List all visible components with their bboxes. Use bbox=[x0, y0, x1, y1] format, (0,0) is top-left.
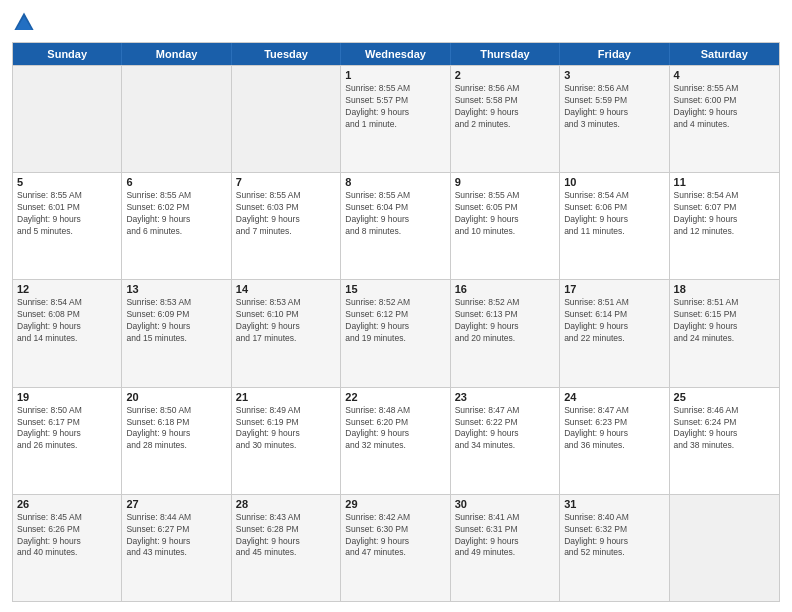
weekday-header: Sunday bbox=[13, 43, 122, 65]
day-info: Sunrise: 8:44 AM Sunset: 6:27 PM Dayligh… bbox=[126, 512, 226, 560]
calendar-cell: 6Sunrise: 8:55 AM Sunset: 6:02 PM Daylig… bbox=[122, 173, 231, 279]
calendar-cell: 26Sunrise: 8:45 AM Sunset: 6:26 PM Dayli… bbox=[13, 495, 122, 601]
day-number: 12 bbox=[17, 283, 117, 295]
day-info: Sunrise: 8:52 AM Sunset: 6:13 PM Dayligh… bbox=[455, 297, 555, 345]
day-number: 31 bbox=[564, 498, 664, 510]
day-number: 18 bbox=[674, 283, 775, 295]
calendar-cell: 2Sunrise: 8:56 AM Sunset: 5:58 PM Daylig… bbox=[451, 66, 560, 172]
day-number: 3 bbox=[564, 69, 664, 81]
day-info: Sunrise: 8:42 AM Sunset: 6:30 PM Dayligh… bbox=[345, 512, 445, 560]
day-number: 14 bbox=[236, 283, 336, 295]
day-number: 26 bbox=[17, 498, 117, 510]
calendar-cell: 9Sunrise: 8:55 AM Sunset: 6:05 PM Daylig… bbox=[451, 173, 560, 279]
day-number: 24 bbox=[564, 391, 664, 403]
day-number: 28 bbox=[236, 498, 336, 510]
calendar-cell: 17Sunrise: 8:51 AM Sunset: 6:14 PM Dayli… bbox=[560, 280, 669, 386]
day-number: 20 bbox=[126, 391, 226, 403]
day-number: 2 bbox=[455, 69, 555, 81]
day-info: Sunrise: 8:45 AM Sunset: 6:26 PM Dayligh… bbox=[17, 512, 117, 560]
weekday-header: Thursday bbox=[451, 43, 560, 65]
day-info: Sunrise: 8:51 AM Sunset: 6:15 PM Dayligh… bbox=[674, 297, 775, 345]
day-info: Sunrise: 8:48 AM Sunset: 6:20 PM Dayligh… bbox=[345, 405, 445, 453]
day-number: 9 bbox=[455, 176, 555, 188]
calendar-cell: 25Sunrise: 8:46 AM Sunset: 6:24 PM Dayli… bbox=[670, 388, 779, 494]
day-info: Sunrise: 8:51 AM Sunset: 6:14 PM Dayligh… bbox=[564, 297, 664, 345]
day-info: Sunrise: 8:55 AM Sunset: 6:05 PM Dayligh… bbox=[455, 190, 555, 238]
calendar-cell: 23Sunrise: 8:47 AM Sunset: 6:22 PM Dayli… bbox=[451, 388, 560, 494]
day-info: Sunrise: 8:54 AM Sunset: 6:07 PM Dayligh… bbox=[674, 190, 775, 238]
calendar-cell: 1Sunrise: 8:55 AM Sunset: 5:57 PM Daylig… bbox=[341, 66, 450, 172]
calendar-cell: 31Sunrise: 8:40 AM Sunset: 6:32 PM Dayli… bbox=[560, 495, 669, 601]
weekday-header: Friday bbox=[560, 43, 669, 65]
day-info: Sunrise: 8:55 AM Sunset: 6:03 PM Dayligh… bbox=[236, 190, 336, 238]
calendar-cell: 4Sunrise: 8:55 AM Sunset: 6:00 PM Daylig… bbox=[670, 66, 779, 172]
day-number: 17 bbox=[564, 283, 664, 295]
calendar-header: SundayMondayTuesdayWednesdayThursdayFrid… bbox=[13, 43, 779, 65]
calendar-cell: 12Sunrise: 8:54 AM Sunset: 6:08 PM Dayli… bbox=[13, 280, 122, 386]
day-number: 1 bbox=[345, 69, 445, 81]
weekday-header: Saturday bbox=[670, 43, 779, 65]
day-number: 15 bbox=[345, 283, 445, 295]
day-number: 30 bbox=[455, 498, 555, 510]
day-info: Sunrise: 8:47 AM Sunset: 6:22 PM Dayligh… bbox=[455, 405, 555, 453]
day-number: 16 bbox=[455, 283, 555, 295]
calendar-grid: SundayMondayTuesdayWednesdayThursdayFrid… bbox=[12, 42, 780, 602]
day-info: Sunrise: 8:53 AM Sunset: 6:10 PM Dayligh… bbox=[236, 297, 336, 345]
calendar-cell: 5Sunrise: 8:55 AM Sunset: 6:01 PM Daylig… bbox=[13, 173, 122, 279]
calendar-cell: 16Sunrise: 8:52 AM Sunset: 6:13 PM Dayli… bbox=[451, 280, 560, 386]
calendar-row: 19Sunrise: 8:50 AM Sunset: 6:17 PM Dayli… bbox=[13, 387, 779, 494]
calendar-cell: 28Sunrise: 8:43 AM Sunset: 6:28 PM Dayli… bbox=[232, 495, 341, 601]
calendar-cell: 7Sunrise: 8:55 AM Sunset: 6:03 PM Daylig… bbox=[232, 173, 341, 279]
page-header bbox=[12, 10, 780, 34]
day-number: 25 bbox=[674, 391, 775, 403]
calendar-row: 1Sunrise: 8:55 AM Sunset: 5:57 PM Daylig… bbox=[13, 65, 779, 172]
day-info: Sunrise: 8:50 AM Sunset: 6:17 PM Dayligh… bbox=[17, 405, 117, 453]
day-info: Sunrise: 8:54 AM Sunset: 6:08 PM Dayligh… bbox=[17, 297, 117, 345]
calendar-cell: 29Sunrise: 8:42 AM Sunset: 6:30 PM Dayli… bbox=[341, 495, 450, 601]
day-info: Sunrise: 8:55 AM Sunset: 6:01 PM Dayligh… bbox=[17, 190, 117, 238]
calendar-cell: 22Sunrise: 8:48 AM Sunset: 6:20 PM Dayli… bbox=[341, 388, 450, 494]
day-number: 7 bbox=[236, 176, 336, 188]
calendar-cell: 15Sunrise: 8:52 AM Sunset: 6:12 PM Dayli… bbox=[341, 280, 450, 386]
calendar-cell bbox=[13, 66, 122, 172]
calendar-cell: 19Sunrise: 8:50 AM Sunset: 6:17 PM Dayli… bbox=[13, 388, 122, 494]
day-info: Sunrise: 8:52 AM Sunset: 6:12 PM Dayligh… bbox=[345, 297, 445, 345]
day-info: Sunrise: 8:55 AM Sunset: 5:57 PM Dayligh… bbox=[345, 83, 445, 131]
logo-icon bbox=[12, 10, 36, 34]
day-number: 6 bbox=[126, 176, 226, 188]
day-number: 10 bbox=[564, 176, 664, 188]
day-number: 23 bbox=[455, 391, 555, 403]
weekday-header: Tuesday bbox=[232, 43, 341, 65]
calendar-cell: 8Sunrise: 8:55 AM Sunset: 6:04 PM Daylig… bbox=[341, 173, 450, 279]
calendar-row: 5Sunrise: 8:55 AM Sunset: 6:01 PM Daylig… bbox=[13, 172, 779, 279]
logo bbox=[12, 10, 40, 34]
calendar-cell: 27Sunrise: 8:44 AM Sunset: 6:27 PM Dayli… bbox=[122, 495, 231, 601]
calendar-cell: 30Sunrise: 8:41 AM Sunset: 6:31 PM Dayli… bbox=[451, 495, 560, 601]
day-info: Sunrise: 8:47 AM Sunset: 6:23 PM Dayligh… bbox=[564, 405, 664, 453]
calendar-cell: 11Sunrise: 8:54 AM Sunset: 6:07 PM Dayli… bbox=[670, 173, 779, 279]
calendar-cell: 24Sunrise: 8:47 AM Sunset: 6:23 PM Dayli… bbox=[560, 388, 669, 494]
calendar-cell: 13Sunrise: 8:53 AM Sunset: 6:09 PM Dayli… bbox=[122, 280, 231, 386]
day-info: Sunrise: 8:43 AM Sunset: 6:28 PM Dayligh… bbox=[236, 512, 336, 560]
calendar-cell bbox=[122, 66, 231, 172]
day-number: 11 bbox=[674, 176, 775, 188]
day-info: Sunrise: 8:46 AM Sunset: 6:24 PM Dayligh… bbox=[674, 405, 775, 453]
day-info: Sunrise: 8:49 AM Sunset: 6:19 PM Dayligh… bbox=[236, 405, 336, 453]
day-info: Sunrise: 8:55 AM Sunset: 6:04 PM Dayligh… bbox=[345, 190, 445, 238]
calendar-cell: 18Sunrise: 8:51 AM Sunset: 6:15 PM Dayli… bbox=[670, 280, 779, 386]
day-info: Sunrise: 8:54 AM Sunset: 6:06 PM Dayligh… bbox=[564, 190, 664, 238]
calendar-cell: 3Sunrise: 8:56 AM Sunset: 5:59 PM Daylig… bbox=[560, 66, 669, 172]
day-info: Sunrise: 8:40 AM Sunset: 6:32 PM Dayligh… bbox=[564, 512, 664, 560]
day-number: 4 bbox=[674, 69, 775, 81]
day-number: 13 bbox=[126, 283, 226, 295]
day-info: Sunrise: 8:41 AM Sunset: 6:31 PM Dayligh… bbox=[455, 512, 555, 560]
day-number: 8 bbox=[345, 176, 445, 188]
day-number: 27 bbox=[126, 498, 226, 510]
day-number: 21 bbox=[236, 391, 336, 403]
calendar-body: 1Sunrise: 8:55 AM Sunset: 5:57 PM Daylig… bbox=[13, 65, 779, 601]
calendar-cell: 10Sunrise: 8:54 AM Sunset: 6:06 PM Dayli… bbox=[560, 173, 669, 279]
calendar-cell: 20Sunrise: 8:50 AM Sunset: 6:18 PM Dayli… bbox=[122, 388, 231, 494]
calendar-cell: 14Sunrise: 8:53 AM Sunset: 6:10 PM Dayli… bbox=[232, 280, 341, 386]
day-info: Sunrise: 8:56 AM Sunset: 5:58 PM Dayligh… bbox=[455, 83, 555, 131]
calendar-row: 12Sunrise: 8:54 AM Sunset: 6:08 PM Dayli… bbox=[13, 279, 779, 386]
